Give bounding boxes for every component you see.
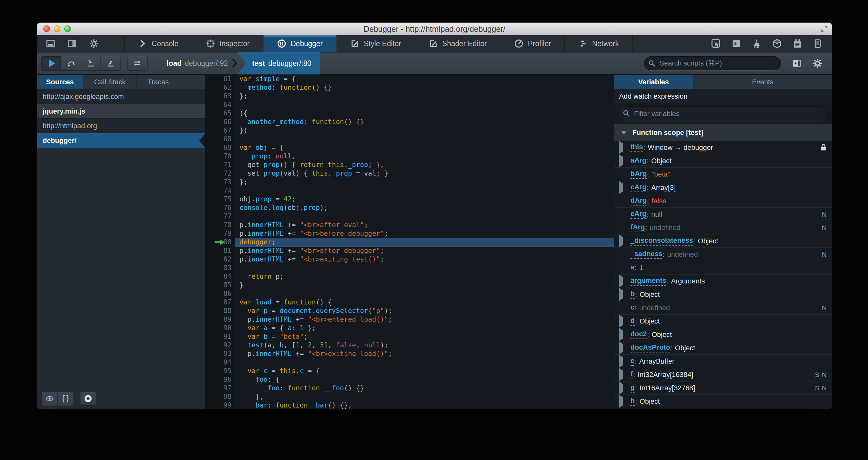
code-text[interactable]: debugger; <box>235 238 614 247</box>
line-number[interactable]: 69 <box>206 143 235 152</box>
sources-tab-call-stack[interactable]: Call Stack <box>83 75 137 89</box>
variable-value[interactable]: undefined <box>667 250 698 259</box>
line-number[interactable]: 98 <box>206 393 235 401</box>
tab-console[interactable]: Console <box>125 35 192 52</box>
variable-value[interactable]: Object <box>640 317 660 325</box>
line-number[interactable]: 77 <box>206 212 235 221</box>
code-text[interactable]: another_method: function() {} <box>235 118 614 126</box>
step-over-button[interactable] <box>61 56 81 70</box>
dock-bottom-button[interactable] <box>45 38 56 49</box>
line-number[interactable]: 81 <box>206 247 235 255</box>
variable-name[interactable]: dArg <box>630 196 647 205</box>
line-number[interactable]: 72 <box>206 169 235 178</box>
expand-arrow-icon[interactable] <box>619 290 630 299</box>
expand-arrow-icon[interactable] <box>619 183 630 192</box>
filter-variables-input[interactable] <box>618 106 828 121</box>
variable-value[interactable]: undefined <box>639 304 670 312</box>
variable-name[interactable]: eArg <box>630 210 646 219</box>
line-number[interactable]: 97 <box>206 384 235 393</box>
minimize-button[interactable] <box>54 25 60 32</box>
toggle-breakpoints-button[interactable] <box>80 392 96 406</box>
code-text[interactable]: p.innerHTML += "<br>exiting load()"; <box>235 350 614 358</box>
tab-debugger[interactable]: Debugger <box>263 35 336 52</box>
variable-name[interactable]: docAsProto <box>630 343 670 352</box>
line-number[interactable]: 86 <box>206 289 235 298</box>
sources-tab-traces[interactable]: Traces <box>137 75 180 89</box>
variable-name[interactable]: _disconsolateness <box>630 236 693 246</box>
code-text[interactable]: }; <box>235 92 614 100</box>
close-button[interactable] <box>43 25 50 32</box>
paintbrush-button[interactable] <box>751 38 762 49</box>
variable-value[interactable]: Int16Array[32768] <box>640 384 695 392</box>
variable-value[interactable]: undefined <box>650 224 680 232</box>
variable-name[interactable]: aArg <box>630 156 646 166</box>
code-text[interactable]: return p; <box>235 272 614 281</box>
debugger-options-button[interactable] <box>812 58 823 69</box>
variable-value[interactable]: false <box>651 197 666 205</box>
variable-name[interactable]: a <box>630 263 634 272</box>
line-number[interactable]: 64 <box>206 100 235 109</box>
code-text[interactable]: p.innerHTML += "<br>after eval"; <box>235 221 614 229</box>
toggle-black-boxing-button[interactable] <box>127 56 147 70</box>
scope-header[interactable]: Function scope [test] <box>614 124 832 141</box>
code-text[interactable] <box>235 289 614 298</box>
tab-style-editor[interactable]: Style Editor <box>336 35 415 52</box>
variable-name[interactable]: h <box>630 397 634 406</box>
sources-tab-sources[interactable]: Sources <box>37 75 83 89</box>
fullscreen-icon[interactable] <box>820 25 828 32</box>
line-number[interactable]: 95 <box>206 367 235 375</box>
line-number[interactable]: 70 <box>206 152 235 161</box>
expand-arrow-icon[interactable] <box>619 344 630 352</box>
code-text[interactable]: set prop(val) { this._prop = val; } <box>235 169 614 178</box>
expand-arrow-icon[interactable] <box>619 330 630 339</box>
code-text[interactable]: var c = this.c = { <box>235 367 614 375</box>
line-number[interactable]: 63 <box>206 92 235 100</box>
expand-arrow-icon[interactable] <box>619 157 630 165</box>
line-number[interactable]: 90 <box>206 324 235 333</box>
line-number[interactable]: 84 <box>206 272 235 281</box>
line-number[interactable]: 96 <box>206 375 235 384</box>
code-text[interactable] <box>235 135 614 143</box>
code-text[interactable]: p.innerHTML += "<br>exiting test()"; <box>235 255 614 264</box>
code-text[interactable]: obj.prop = 42; <box>235 195 614 204</box>
split-console-button[interactable] <box>731 38 742 49</box>
tilt-3d-button[interactable] <box>772 38 782 49</box>
code-text[interactable]: var p = document.querySelector("p"); <box>235 307 614 315</box>
line-number[interactable]: 74 <box>206 186 235 195</box>
line-number[interactable]: 78 <box>206 221 235 229</box>
code-text[interactable]: }) <box>235 126 614 135</box>
expand-arrow-icon[interactable] <box>619 384 630 392</box>
line-number[interactable]: 92 <box>206 341 235 350</box>
expand-arrow-icon[interactable] <box>619 143 630 152</box>
responsive-mode-button[interactable] <box>812 38 823 49</box>
expand-arrow-icon[interactable] <box>619 277 630 285</box>
tab-network[interactable]: Network <box>565 35 632 52</box>
variable-name[interactable]: g <box>630 383 634 393</box>
tab-shader-editor[interactable]: Shader Editor <box>415 35 501 52</box>
line-number[interactable]: 65 <box>206 109 235 118</box>
code-text[interactable]: p.innerHTML += "<br>after debugger"; <box>235 247 614 255</box>
variable-value[interactable]: Arguments <box>671 277 705 285</box>
variable-name[interactable]: _sadness <box>630 250 662 259</box>
variable-name[interactable]: fArg <box>630 223 645 232</box>
variable-name[interactable]: f <box>630 370 633 379</box>
code-text[interactable]: var b = "beta"; <box>235 333 614 341</box>
variable-value[interactable]: Int32Array[16384] <box>638 371 693 379</box>
variables-tab-variables[interactable]: Variables <box>614 75 693 89</box>
line-number[interactable]: 83 <box>206 264 235 272</box>
code-text[interactable]: get prop() { return this._prop; }, <box>235 161 614 169</box>
variable-name[interactable]: d <box>630 317 634 326</box>
line-number[interactable]: 80 <box>206 238 235 247</box>
code-text[interactable]: method: function() {} <box>235 83 614 92</box>
code-text[interactable]: var a = { a: 1 }; <box>235 324 614 333</box>
variable-name[interactable]: b <box>630 290 634 299</box>
code-text[interactable]: }, <box>235 393 614 401</box>
expand-arrow-icon[interactable] <box>619 357 630 366</box>
variable-name[interactable]: e <box>630 356 634 366</box>
line-number[interactable]: 61 <box>206 75 235 83</box>
source-item[interactable]: http://ajax.googleapis.com <box>37 89 206 104</box>
line-number[interactable]: 76 <box>206 204 235 212</box>
variable-value[interactable]: Object <box>640 290 660 299</box>
line-number[interactable]: 75 <box>206 195 235 204</box>
source-item[interactable]: jquery.min.js <box>37 104 206 119</box>
